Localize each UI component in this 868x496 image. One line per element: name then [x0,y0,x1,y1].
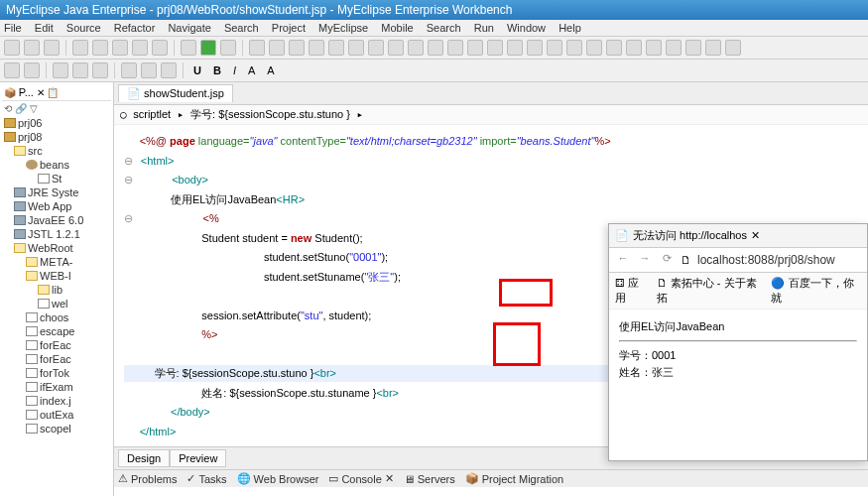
tool-icon[interactable] [685,40,701,56]
tree-item[interactable]: forEac [2,352,111,366]
bookmark-item[interactable]: 🗋 素拓中心 - 关于素拓 [657,276,764,306]
explorer-tab[interactable]: 📦 P... ✕ 📋 [2,84,111,101]
tree-item[interactable]: JRE Syste [2,186,111,199]
menu-mobile[interactable]: Mobile [381,22,413,34]
tree-item[interactable]: escape [2,324,111,338]
tool-icon[interactable] [527,40,543,56]
menu-window[interactable]: Window [507,22,546,34]
tool-icon[interactable] [408,40,424,56]
tree-item[interactable]: src [2,144,111,158]
tree-item[interactable]: ifExam [2,380,111,394]
menu-source[interactable]: Source [66,22,101,34]
editor-tab-showstudent[interactable]: 📄 showStudent.jsp [118,84,233,102]
text-icon[interactable]: A [263,64,278,76]
tab-problems[interactable]: ⚠ Problems [118,472,177,485]
menu-file[interactable]: File [4,22,22,34]
close-tab-icon[interactable]: ✕ [751,229,760,242]
tree-item[interactable]: St [2,172,111,186]
debug-icon[interactable] [181,40,196,56]
tool-icon[interactable] [348,40,364,56]
tool-icon[interactable] [4,62,20,78]
tool-icon[interactable] [447,40,463,56]
tree-item[interactable]: forEac [2,338,111,352]
tree-item[interactable]: JavaEE 6.0 [2,213,111,227]
tool-icon[interactable] [141,62,157,78]
tool-icon[interactable] [725,40,741,56]
tool-icon[interactable] [428,40,443,56]
tree-item[interactable]: WebRoot [2,241,111,255]
tree-item[interactable]: JSTL 1.2.1 [2,227,111,241]
run-icon[interactable] [200,40,216,56]
tree-item[interactable]: Web App [2,199,111,213]
design-tab[interactable]: Design [118,449,170,467]
menu-project[interactable]: Project [272,22,306,34]
bold-icon[interactable]: B [209,64,225,76]
tool-icon[interactable] [72,40,88,56]
menu-edit[interactable]: Edit [35,22,54,34]
italic-icon[interactable]: I [229,64,240,76]
tree-item[interactable]: prj06 [2,116,111,130]
menu-refactor[interactable]: Refactor [114,22,156,34]
bookmark-item[interactable]: 🔵 百度一下，你就 [771,276,861,306]
tool-icon[interactable] [547,40,562,56]
tool-icon[interactable] [368,40,384,56]
tree-item[interactable]: prj08 [2,130,111,144]
tool-icon[interactable] [646,40,662,56]
forward-icon[interactable]: → [637,252,653,268]
tool-icon[interactable] [269,40,285,56]
tool-icon[interactable] [161,62,177,78]
save-all-icon[interactable] [44,40,60,56]
browser-tab-title[interactable]: 无法访问 http://localhos [633,228,747,243]
tool-icon[interactable] [586,40,602,56]
tool-icon[interactable] [566,40,582,56]
reload-icon[interactable]: ⟳ [659,252,675,268]
tool-icon[interactable] [328,40,344,56]
tool-icon[interactable] [72,62,88,78]
tree-item[interactable]: scopel [2,422,111,435]
tool-icon[interactable] [92,62,108,78]
tree-item[interactable]: META- [2,255,111,269]
tab-migration[interactable]: 📦 Project Migration [465,472,564,485]
menu-search2[interactable]: Search [427,22,461,34]
url-field[interactable]: localhost:8088/prj08/show [697,253,861,267]
tool-icon[interactable] [467,40,483,56]
tab-tasks[interactable]: ✓ Tasks [186,472,226,485]
tree-item[interactable]: beans [2,158,111,172]
tree-item[interactable]: index.j [2,394,111,408]
breadcrumb[interactable]: ○ scriptlet ▸ 学号: ${sessionScope.stu.stu… [114,105,868,125]
tree-item[interactable]: lib [2,283,111,297]
tool-icon[interactable] [606,40,622,56]
tool-icon[interactable] [92,40,108,56]
new-icon[interactable] [4,40,20,56]
tree-item[interactable]: forTok [2,366,111,380]
tool-icon[interactable] [249,40,265,56]
tab-browser[interactable]: 🌐 Web Browser [237,472,319,485]
text-icon[interactable]: A [244,64,259,76]
preview-tab[interactable]: Preview [170,449,226,467]
bold-icon[interactable]: U [189,64,205,76]
tool-icon[interactable] [24,62,40,78]
tree-item[interactable]: wel [2,297,111,310]
tool-icon[interactable] [666,40,682,56]
tool-icon[interactable] [626,40,642,56]
tool-icon[interactable] [309,40,324,56]
tree-item[interactable]: outExa [2,408,111,422]
tool-icon[interactable] [112,40,128,56]
tool-icon[interactable] [705,40,721,56]
menu-help[interactable]: Help [558,22,581,34]
apps-icon[interactable]: ⚃ 应用 [615,276,649,306]
tool-icon[interactable] [507,40,523,56]
menu-myeclipse[interactable]: MyEclipse [318,22,368,34]
tool-icon[interactable] [388,40,404,56]
tool-icon[interactable] [487,40,503,56]
back-icon[interactable]: ← [615,252,631,268]
menu-search[interactable]: Search [224,22,259,34]
menu-navigate[interactable]: Navigate [168,22,210,34]
tool-icon[interactable] [132,40,148,56]
tool-icon[interactable] [220,40,236,56]
tab-console[interactable]: ▭ Console ✕ [328,472,393,485]
save-icon[interactable] [24,40,40,56]
tool-icon[interactable] [53,62,68,78]
tab-servers[interactable]: 🖥 Servers [404,472,455,485]
tool-icon[interactable] [152,40,168,56]
